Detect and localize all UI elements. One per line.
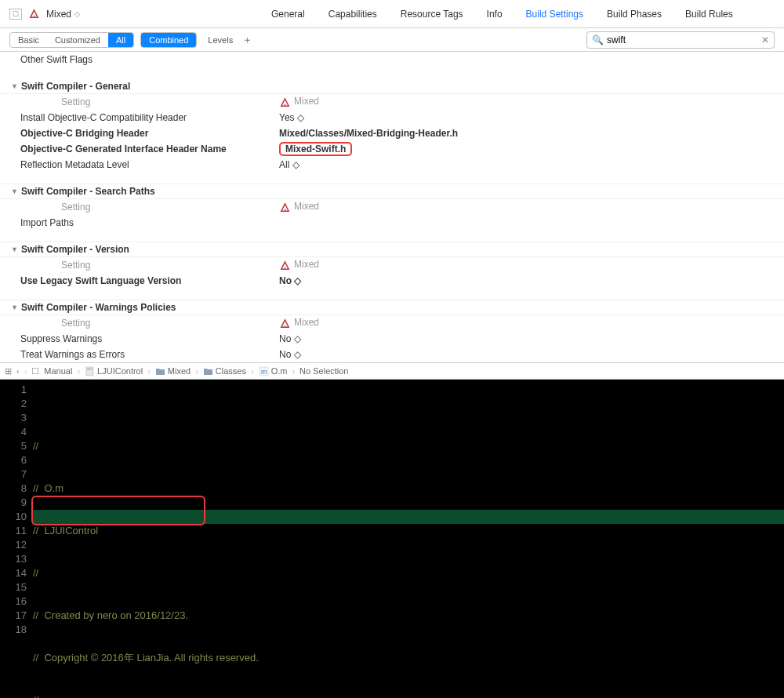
scope-all[interactable]: All [108,33,133,47]
app-icon [279,318,291,329]
section-column-header: Setting Mixed [0,199,784,215]
section-column-header: Setting Mixed [0,94,784,110]
add-setting-button[interactable]: ＋ [242,33,252,47]
svg-point-4 [285,325,286,326]
setting-reflection-metadata-level[interactable]: Reflection Metadata Level All ◇ [0,157,784,173]
current-line-highlight [33,510,784,524]
build-settings-filter-bar: Basic Customized All Combined Levels ＋ 🔍… [0,28,784,52]
doc-icon [85,366,95,376]
breadcrumb-file[interactable]: mO.m [259,366,288,376]
svg-text:m: m [261,368,267,376]
tab-capabilities[interactable]: Capabilities [328,9,377,20]
tab-resource-tags[interactable]: Resource Tags [401,9,463,20]
tab-general[interactable]: General [271,9,305,20]
scope-customized[interactable]: Customized [47,33,108,47]
breadcrumb-folder-mixed[interactable]: Mixed [155,366,191,376]
project-tabs: General Capabilities Resource Tags Info … [271,9,733,20]
folder-icon [155,366,165,376]
disclosure-triangle-icon: ▼ [11,245,18,253]
search-input[interactable] [607,35,761,45]
source-editor[interactable]: 123456789101112131415161718 // // O.m //… [0,380,784,698]
tab-build-rules[interactable]: Build Rules [685,9,733,20]
search-icon: 🔍 [592,35,604,45]
view-filter: Combined [140,32,197,48]
svg-point-2 [285,209,286,210]
build-settings-list: Other Swift Flags ▼ Swift Compiler - Gen… [0,52,784,362]
setting-objc-bridging-header[interactable]: Objective-C Bridging Header Mixed/Classe… [0,125,784,141]
disclosure-triangle-icon: ▼ [11,187,18,195]
nav-forward-button[interactable]: › [24,366,27,376]
app-icon [279,96,291,108]
breadcrumb-manual[interactable]: Manual [44,366,72,376]
view-combined[interactable]: Combined [141,33,196,47]
app-icon [28,8,40,20]
code-area[interactable]: // // O.m // LJUIControl // // Created b… [33,380,784,698]
setting-suppress-warnings[interactable]: Suppress Warnings No ◇ [0,331,784,347]
setting-treat-warnings-as-errors[interactable]: Treat Warnings as Errors No ◇ [0,347,784,362]
section-swift-compiler-version[interactable]: ▼ Swift Compiler - Version [0,242,784,257]
view-levels[interactable]: Levels [208,35,233,45]
breadcrumb-no-selection[interactable]: No Selection [299,366,348,376]
related-items-icon[interactable]: ⊞ [5,366,12,376]
objc-m-icon: m [259,366,269,376]
folder-icon [203,366,213,376]
disclosure-triangle-icon: ▼ [11,82,18,90]
disclosure-triangle-icon: ▼ [11,304,18,311]
project-header: ☐ Mixed ◇ General Capabilities Resource … [0,0,784,28]
tab-build-settings[interactable]: Build Settings [526,9,583,20]
split-icon[interactable]: ☐ [31,366,39,376]
show-targets-icon[interactable]: ☐ [9,9,22,20]
tab-build-phases[interactable]: Build Phases [607,9,662,20]
editor-jump-bar: ⊞ ‹ › ☐ Manual › LJUIControl › Mixed › C… [0,362,784,380]
svg-rect-5 [86,367,93,376]
svg-point-1 [285,104,286,105]
setting-install-objc-compat-header[interactable]: Install Objective-C Compatibility Header… [0,110,784,125]
breadcrumb-project[interactable]: LJUIControl [85,366,143,376]
clear-search-button[interactable]: ✕ [761,35,769,45]
settings-search-field[interactable]: 🔍 ✕ [586,31,775,49]
app-icon [279,202,291,213]
chevron-updown-icon: ◇ [74,10,80,18]
svg-rect-6 [87,369,93,369]
scope-filter: Basic Customized All [9,32,134,48]
section-column-header: Setting Mixed [0,257,784,273]
setting-objc-generated-interface-header[interactable]: Objective-C Generated Interface Header N… [0,141,784,157]
setting-import-paths[interactable]: Import Paths [0,215,784,231]
svg-point-0 [34,15,35,16]
section-swift-compiler-warnings-policies[interactable]: ▼ Swift Compiler - Warnings Policies [0,300,784,315]
line-number-gutter: 123456789101112131415161718 [0,380,33,698]
tab-info[interactable]: Info [487,9,503,20]
setting-other-swift-flags[interactable]: Other Swift Flags [0,52,784,67]
svg-point-3 [285,267,286,268]
highlighted-header-name: Mixed-Swift.h [279,142,352,156]
target-name: Mixed [46,9,71,20]
section-swift-compiler-general[interactable]: ▼ Swift Compiler - General [0,78,784,94]
section-column-header: Setting Mixed [0,315,784,331]
breadcrumb-folder-classes[interactable]: Classes [203,366,246,376]
setting-use-legacy-swift-language-version[interactable]: Use Legacy Swift Language Version No ◇ [0,273,784,289]
app-icon [279,260,291,271]
section-swift-compiler-search-paths[interactable]: ▼ Swift Compiler - Search Paths [0,184,784,199]
nav-back-button[interactable]: ‹ [16,366,20,376]
target-selector[interactable]: Mixed ◇ [28,8,80,20]
scope-basic[interactable]: Basic [10,33,47,47]
